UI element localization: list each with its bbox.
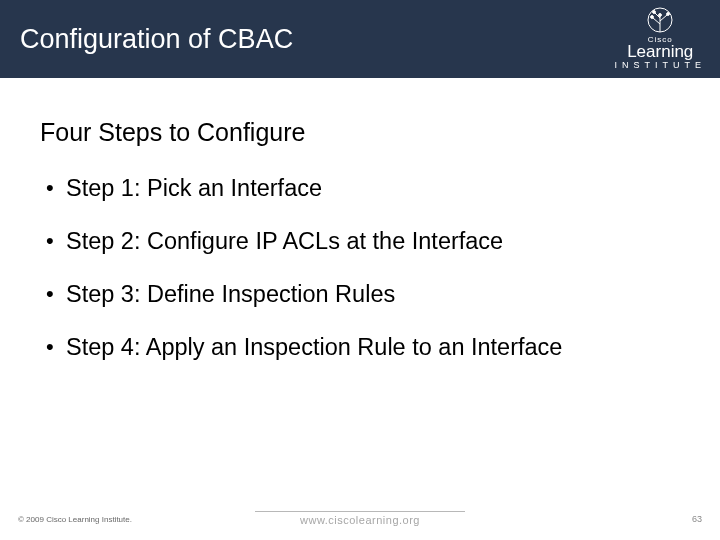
svg-point-6 [667, 13, 670, 16]
copyright-text: © 2009 Cisco Learning Institute. [18, 515, 132, 524]
list-item: Step 2: Configure IP ACLs at the Interfa… [40, 228, 680, 255]
content-subtitle: Four Steps to Configure [40, 118, 680, 147]
list-item: Step 3: Define Inspection Rules [40, 281, 680, 308]
tree-icon [615, 2, 707, 34]
list-item: Step 1: Pick an Interface [40, 175, 680, 202]
svg-point-5 [651, 16, 654, 19]
svg-point-8 [659, 14, 662, 17]
footer-url-block: www.ciscolearning.org [255, 511, 465, 526]
list-item: Step 4: Apply an Inspection Rule to an I… [40, 334, 680, 361]
slide-title: Configuration of CBAC [0, 24, 293, 55]
step-list: Step 1: Pick an Interface Step 2: Config… [40, 175, 680, 361]
page-number: 63 [692, 514, 702, 524]
slide-header: Configuration of CBAC Cisco Learning INS… [0, 0, 720, 78]
slide-content: Four Steps to Configure Step 1: Pick an … [0, 78, 720, 361]
footer-url: www.ciscolearning.org [255, 514, 465, 526]
svg-line-2 [653, 18, 660, 24]
cisco-logo: Cisco Learning INSTITUTE [615, 2, 707, 70]
logo-brand-sub: INSTITUTE [615, 60, 707, 70]
divider-line [255, 511, 465, 512]
logo-brand-main: Learning [615, 42, 707, 62]
svg-point-7 [653, 11, 656, 14]
slide-footer: © 2009 Cisco Learning Institute. www.cis… [0, 504, 720, 526]
